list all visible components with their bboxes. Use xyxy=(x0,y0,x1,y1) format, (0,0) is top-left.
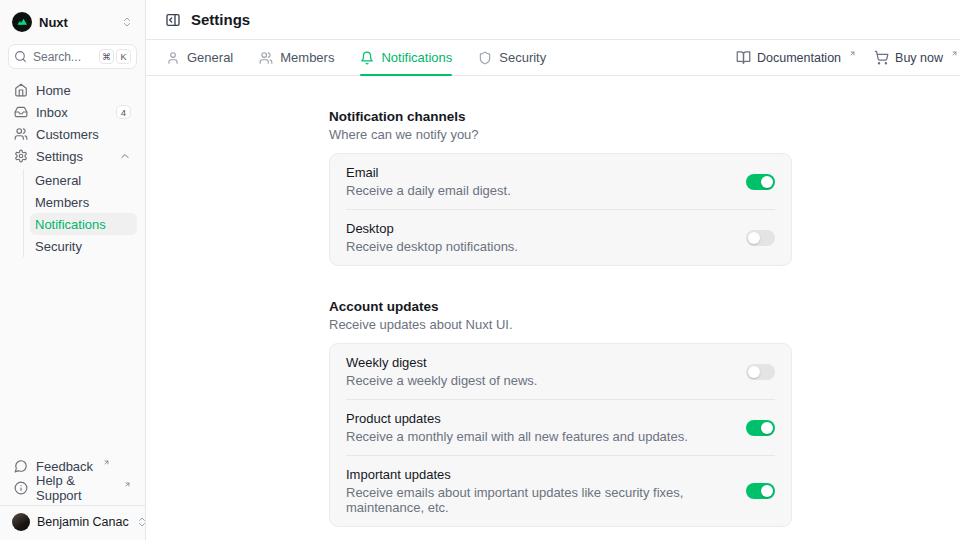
shield-icon xyxy=(478,51,492,65)
sidebar-item-label: Customers xyxy=(36,127,99,142)
external-link-icon xyxy=(849,50,856,57)
info-circle-icon xyxy=(14,481,28,495)
toggle-knob xyxy=(761,422,773,434)
user-icon xyxy=(166,51,180,65)
setting-description: Receive a weekly digest of news. xyxy=(346,373,537,388)
sidebar-item-customers[interactable]: Customers xyxy=(8,123,137,145)
kbd-key: K xyxy=(116,49,131,64)
sidebar-spacer xyxy=(8,257,137,455)
setting-row-desktop: Desktop Receive desktop notifications. xyxy=(330,210,791,265)
setting-description: Receive emails about important updates l… xyxy=(346,485,730,515)
search-input[interactable]: Search... ⌘ K xyxy=(8,44,137,69)
settings-card: Email Receive a daily email digest. Desk… xyxy=(329,153,792,266)
setting-label: Desktop xyxy=(346,221,518,236)
setting-description: Receive desktop notifications. xyxy=(346,239,518,254)
header-links: Documentation Buy now xyxy=(736,40,958,75)
team-name: Nuxt xyxy=(39,15,114,30)
tab-label: Members xyxy=(280,50,334,65)
sidebar-item-help-support[interactable]: Help & Support xyxy=(8,477,137,499)
inbox-count-badge: 4 xyxy=(116,105,131,119)
setting-label: Product updates xyxy=(346,411,688,426)
section-description: Where can we notify you? xyxy=(329,128,960,141)
sidebar-item-members[interactable]: Members xyxy=(30,191,137,213)
setting-description: Receive a monthly email with all new fea… xyxy=(346,429,688,444)
section-description: Receive updates about Nuxt UI. xyxy=(329,318,960,331)
book-open-icon xyxy=(736,50,751,65)
app-root: Nuxt Search... ⌘ K Home xyxy=(0,0,960,540)
setting-label: Email xyxy=(346,165,511,180)
page-title: Settings xyxy=(191,11,250,28)
setting-row-email: Email Receive a daily email digest. xyxy=(330,154,791,209)
user-name: Benjamin Canac xyxy=(37,515,129,529)
setting-label: Weekly digest xyxy=(346,355,537,370)
search-icon xyxy=(14,50,27,63)
user-menu[interactable]: Benjamin Canac xyxy=(8,506,137,538)
users-icon xyxy=(259,51,273,65)
setting-description: Receive a daily email digest. xyxy=(346,183,511,198)
email-toggle[interactable] xyxy=(746,174,775,190)
section-title: Account updates xyxy=(329,300,960,314)
sidebar-item-notifications[interactable]: Notifications xyxy=(30,213,137,235)
documentation-link[interactable]: Documentation xyxy=(736,50,856,65)
section-notification-channels: Notification channels Where can we notif… xyxy=(329,110,960,266)
settings-subtree: General Members Notifications Security xyxy=(23,169,137,257)
settings-content: Notification channels Where can we notif… xyxy=(146,76,960,540)
toggle-knob xyxy=(761,485,773,497)
sidebar-item-settings[interactable]: Settings xyxy=(8,145,137,167)
sidebar-item-label: Home xyxy=(36,83,71,98)
sidebar-nav: Home Inbox 4 Customers Settings xyxy=(8,79,137,257)
sidebar-item-label: Inbox xyxy=(36,105,68,120)
tab-label: Notifications xyxy=(381,50,452,65)
search-shortcut: ⌘ K xyxy=(99,49,131,64)
toggle-knob xyxy=(748,366,760,378)
chat-bubble-icon xyxy=(14,459,28,473)
external-link-icon xyxy=(103,459,110,466)
setting-row-important-updates: Important updates Receive emails about i… xyxy=(330,456,791,526)
sidebar-item-label: Feedback xyxy=(36,459,93,474)
tab-bar: General Members Notifications xyxy=(146,40,960,76)
tabs: General Members Notifications xyxy=(166,40,546,75)
link-label: Buy now xyxy=(895,51,943,65)
link-label: Documentation xyxy=(757,51,841,65)
settings-card: Weekly digest Receive a weekly digest of… xyxy=(329,343,792,527)
tab-members[interactable]: Members xyxy=(259,40,334,75)
tab-label: Security xyxy=(499,50,546,65)
sidebar-item-home[interactable]: Home xyxy=(8,79,137,101)
setting-label: Important updates xyxy=(346,467,730,482)
avatar xyxy=(12,513,30,531)
section-account-updates: Account updates Receive updates about Nu… xyxy=(329,300,960,527)
team-picker[interactable]: Nuxt xyxy=(8,8,137,36)
page-header: Settings xyxy=(146,0,960,40)
sidebar-item-label: Security xyxy=(35,239,82,254)
tab-label: General xyxy=(187,50,233,65)
sidebar-item-security[interactable]: Security xyxy=(30,235,137,257)
sidebar: Nuxt Search... ⌘ K Home xyxy=(0,0,146,540)
external-link-icon xyxy=(951,50,958,57)
users-icon xyxy=(14,127,28,141)
sidebar-item-label: General xyxy=(35,173,81,188)
desktop-toggle[interactable] xyxy=(746,230,775,246)
tab-notifications[interactable]: Notifications xyxy=(360,40,452,75)
buy-now-link[interactable]: Buy now xyxy=(874,50,958,65)
tab-general[interactable]: General xyxy=(166,40,233,75)
collapse-sidebar-icon[interactable] xyxy=(165,12,181,28)
bell-icon xyxy=(360,51,374,65)
tab-security[interactable]: Security xyxy=(478,40,546,75)
sidebar-item-label: Members xyxy=(35,195,89,210)
sidebar-item-general[interactable]: General xyxy=(30,169,137,191)
gear-icon xyxy=(14,149,28,163)
chevron-up-icon xyxy=(119,150,131,162)
sidebar-item-inbox[interactable]: Inbox 4 xyxy=(8,101,137,123)
weekly-digest-toggle[interactable] xyxy=(746,364,775,380)
toggle-knob xyxy=(748,232,760,244)
kbd-meta: ⌘ xyxy=(99,49,114,64)
toggle-knob xyxy=(761,176,773,188)
product-updates-toggle[interactable] xyxy=(746,420,775,436)
main-area: Settings General Members xyxy=(146,0,960,540)
search-placeholder: Search... xyxy=(33,50,93,64)
important-updates-toggle[interactable] xyxy=(746,483,775,499)
sidebar-item-label: Settings xyxy=(36,149,83,164)
sidebar-item-label: Notifications xyxy=(35,217,106,232)
external-link-icon xyxy=(124,481,131,488)
nuxt-logo-icon xyxy=(12,12,32,32)
